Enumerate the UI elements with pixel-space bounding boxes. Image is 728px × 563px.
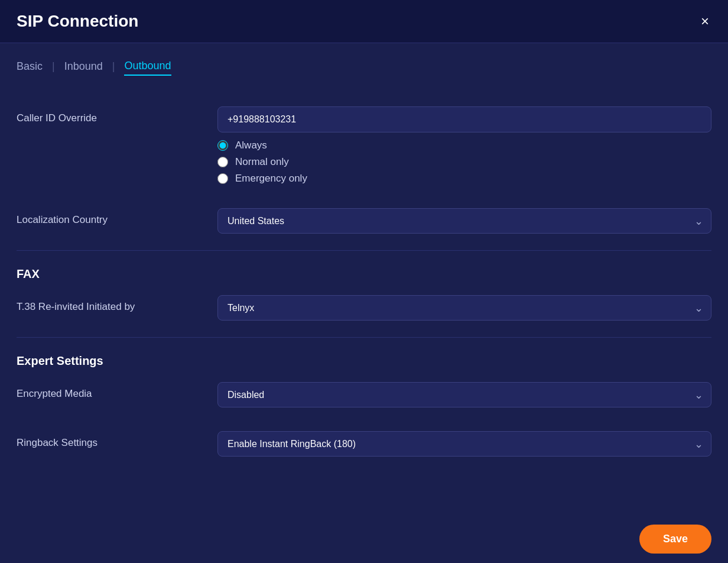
t38-select[interactable]: Telnyx bbox=[217, 295, 711, 321]
fax-section-title: FAX bbox=[17, 255, 711, 283]
encrypted-media-select[interactable]: Disabled bbox=[217, 382, 711, 407]
caller-id-input[interactable] bbox=[217, 106, 711, 132]
encrypted-media-control: Disabled ⌄ bbox=[217, 382, 711, 407]
radio-always-input[interactable] bbox=[217, 140, 228, 151]
tab-outbound[interactable]: Outbound bbox=[124, 57, 171, 76]
modal: SIP Connection × Basic | Inbound | Outbo… bbox=[0, 0, 728, 563]
t38-control: Telnyx ⌄ bbox=[217, 295, 711, 321]
divider-1 bbox=[17, 250, 711, 251]
tab-divider-2: | bbox=[112, 60, 115, 73]
tab-bar: Basic | Inbound | Outbound bbox=[17, 57, 711, 76]
modal-footer: Save bbox=[0, 515, 728, 563]
ringback-control: Enable Instant RingBack (180) ⌄ bbox=[217, 431, 711, 457]
ringback-select[interactable]: Enable Instant RingBack (180) bbox=[217, 431, 711, 457]
tab-inbound[interactable]: Inbound bbox=[64, 58, 103, 75]
localization-row: Localization Country United States ⌄ bbox=[17, 196, 711, 245]
radio-always[interactable]: Always bbox=[217, 140, 711, 151]
divider-2 bbox=[17, 337, 711, 338]
close-button[interactable]: × bbox=[698, 12, 711, 31]
caller-id-section: Caller ID Override Always Normal only bbox=[17, 95, 711, 196]
radio-emergency-input[interactable] bbox=[217, 173, 228, 184]
localization-control: United States ⌄ bbox=[217, 208, 711, 234]
encrypted-media-row: Encrypted Media Disabled ⌄ bbox=[17, 370, 711, 419]
ringback-label: Ringback Settings bbox=[17, 431, 217, 449]
radio-normal-only[interactable]: Normal only bbox=[217, 156, 711, 168]
radio-emergency-label: Emergency only bbox=[235, 173, 307, 185]
radio-emergency-only[interactable]: Emergency only bbox=[217, 173, 711, 185]
caller-id-label: Caller ID Override bbox=[17, 106, 217, 124]
tab-divider-1: | bbox=[52, 60, 55, 73]
modal-body: Basic | Inbound | Outbound Caller ID Ove… bbox=[0, 43, 728, 515]
t38-select-wrapper: Telnyx ⌄ bbox=[217, 295, 711, 321]
save-button[interactable]: Save bbox=[639, 525, 711, 554]
localization-label: Localization Country bbox=[17, 208, 217, 226]
caller-id-radio-group: Always Normal only Emergency only bbox=[217, 140, 711, 185]
tab-basic[interactable]: Basic bbox=[17, 58, 43, 75]
caller-id-control: Always Normal only Emergency only bbox=[217, 106, 711, 185]
radio-normal-input[interactable] bbox=[217, 157, 228, 167]
encrypted-media-select-wrapper: Disabled ⌄ bbox=[217, 382, 711, 407]
ringback-row: Ringback Settings Enable Instant RingBac… bbox=[17, 419, 711, 468]
caller-id-row: Caller ID Override Always Normal only bbox=[17, 95, 711, 196]
t38-row: T.38 Re-invited Initiated by Telnyx ⌄ bbox=[17, 283, 711, 332]
radio-normal-label: Normal only bbox=[235, 156, 289, 168]
modal-title: SIP Connection bbox=[17, 12, 138, 31]
localization-select[interactable]: United States bbox=[217, 208, 711, 234]
t38-label: T.38 Re-invited Initiated by bbox=[17, 295, 217, 313]
encrypted-media-label: Encrypted Media bbox=[17, 382, 217, 400]
ringback-select-wrapper: Enable Instant RingBack (180) ⌄ bbox=[217, 431, 711, 457]
modal-header: SIP Connection × bbox=[0, 0, 728, 43]
expert-section-title: Expert Settings bbox=[17, 342, 711, 370]
radio-always-label: Always bbox=[235, 140, 267, 151]
localization-select-wrapper: United States ⌄ bbox=[217, 208, 711, 234]
